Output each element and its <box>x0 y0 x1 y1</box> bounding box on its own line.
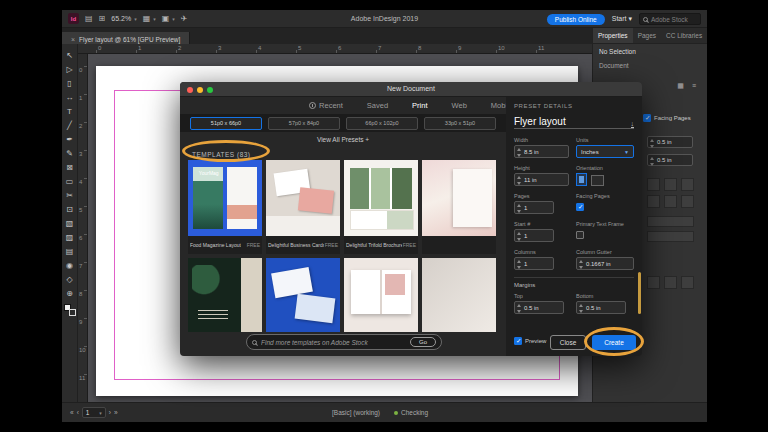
tab-close-icon[interactable]: × <box>71 36 75 43</box>
stepper-icon[interactable] <box>517 148 522 157</box>
start-workspace-dropdown[interactable]: Start ▾ <box>612 15 632 23</box>
page-number-field[interactable]: 1▾ <box>82 407 106 418</box>
panel-button[interactable] <box>647 195 660 208</box>
panel-button[interactable] <box>664 195 677 208</box>
preset-name-value[interactable]: Flyer layout <box>514 115 566 128</box>
stepper-icon[interactable] <box>517 176 522 185</box>
dialog-tab-web[interactable]: Web <box>452 101 467 110</box>
panel-facing-pages-row[interactable]: Facing Pages <box>643 114 691 122</box>
pages-field[interactable]: 1 <box>514 201 554 214</box>
bridge-icon[interactable]: ▤ <box>85 14 93 23</box>
adobe-stock-search[interactable]: Adobe Stock <box>639 13 701 25</box>
rectangle-frame-tool[interactable]: ⊠ <box>63 160 77 174</box>
view-options-chevron-icon[interactable]: ▾ <box>153 16 156 22</box>
landscape-orientation-button[interactable] <box>591 175 604 186</box>
eyedropper-tool[interactable]: ◉ <box>63 258 77 272</box>
screen-mode-chevron-icon[interactable]: ▾ <box>172 16 175 22</box>
template-card[interactable] <box>422 258 496 332</box>
selection-tool[interactable]: ↖ <box>63 48 77 62</box>
dialog-tab-saved[interactable]: Saved <box>367 101 388 110</box>
gradient-tool[interactable]: ▧ <box>63 216 77 230</box>
dialog-title-bar[interactable]: New Document <box>180 82 642 97</box>
size-preset[interactable]: 33p0 x 51p0 <box>424 117 496 130</box>
facing-pages-checkbox[interactable] <box>576 203 584 211</box>
margin-field[interactable]: 0.5 in <box>647 136 693 148</box>
view-all-presets-link[interactable]: View All Presets + <box>180 132 506 148</box>
facing-pages-checkbox[interactable] <box>643 114 651 122</box>
hand-tool[interactable]: ◇ <box>63 272 77 286</box>
dialog-tab-print[interactable]: Print <box>412 101 427 110</box>
preview-checkbox[interactable] <box>514 337 522 345</box>
zoom-tool[interactable]: ⊕ <box>63 286 77 300</box>
panel-button[interactable] <box>664 276 677 289</box>
template-card[interactable]: YourMagFood Magazine LayoutFREE <box>188 160 262 254</box>
panel-button[interactable] <box>647 216 694 227</box>
stepper-icon[interactable] <box>517 304 522 313</box>
panel-button[interactable] <box>681 276 694 289</box>
margin-top-field[interactable]: 0.5 in <box>514 301 564 314</box>
stepper-icon[interactable] <box>650 139 655 148</box>
size-preset[interactable]: 51p0 x 66p0 <box>190 117 262 130</box>
template-card[interactable]: Delightful Trifold Brochure LayoutFREE <box>344 160 418 254</box>
size-preset[interactable]: 57p0 x 84p0 <box>268 117 340 130</box>
horizontal-ruler[interactable]: 01234567891011 <box>78 44 592 54</box>
tab-pages[interactable]: Pages <box>633 28 661 43</box>
arrange-documents-icon[interactable]: ✈ <box>181 14 188 23</box>
width-field[interactable]: 8.5 in <box>514 145 569 158</box>
column-gutter-field[interactable]: 0.1667 in <box>576 257 634 270</box>
first-page-icon[interactable]: « <box>70 409 74 416</box>
portrait-orientation-button[interactable] <box>576 173 587 186</box>
panel-button[interactable] <box>681 195 694 208</box>
fill-stroke-swatch[interactable] <box>64 304 76 316</box>
vertical-ruler[interactable]: 01234567891011 <box>78 54 88 402</box>
page-tool[interactable]: ▯ <box>63 76 77 90</box>
zoom-level[interactable]: 65.2% <box>111 15 131 22</box>
go-button[interactable]: Go <box>410 337 436 347</box>
template-card[interactable] <box>266 258 340 332</box>
margin-bottom-field[interactable]: 0.5 in <box>576 301 626 314</box>
scissors-tool[interactable]: ✂ <box>63 188 77 202</box>
view-options-icon[interactable]: ▦ <box>143 14 151 23</box>
tab-properties[interactable]: Properties <box>593 28 633 43</box>
preflight-profile[interactable]: [Basic] (working) <box>332 409 380 416</box>
margins-section-label[interactable]: Margins <box>514 282 535 288</box>
primary-text-frame-checkbox[interactable] <box>576 231 584 239</box>
previous-page-icon[interactable]: ‹ <box>77 409 79 416</box>
panel-options-icons[interactable]: ▦ ≡ <box>677 82 699 90</box>
stepper-icon[interactable] <box>517 260 522 269</box>
last-page-icon[interactable]: » <box>114 409 118 416</box>
pencil-tool[interactable]: ✎ <box>63 146 77 160</box>
template-card[interactable] <box>188 258 262 332</box>
line-tool[interactable]: ╱ <box>63 118 77 132</box>
save-preset-icon[interactable]: ↓ <box>631 120 635 128</box>
template-search-input[interactable]: Find more templates on Adobe Stock Go <box>246 334 442 350</box>
template-card[interactable]: Delightful Business Cards SetFREE <box>266 160 340 254</box>
template-card[interactable] <box>422 160 496 254</box>
gradient-feather-tool[interactable]: ▨ <box>63 230 77 244</box>
columns-field[interactable]: 1 <box>514 257 554 270</box>
direct-selection-tool[interactable]: ▷ <box>63 62 77 76</box>
size-preset[interactable]: 66p0 x 102p0 <box>346 117 418 130</box>
stock-icon[interactable]: ⊞ <box>99 14 106 23</box>
dialog-scrollbar[interactable] <box>638 272 641 314</box>
stepper-icon[interactable] <box>650 157 655 166</box>
stepper-icon[interactable] <box>579 260 584 269</box>
pen-tool[interactable]: ✒ <box>63 132 77 146</box>
stepper-icon[interactable] <box>579 304 584 313</box>
panel-button[interactable] <box>647 231 694 242</box>
rectangle-tool[interactable]: ▭ <box>63 174 77 188</box>
stepper-icon[interactable] <box>517 232 522 241</box>
publish-online-button[interactable]: Publish Online <box>547 14 605 25</box>
panel-button[interactable] <box>664 178 677 191</box>
next-page-icon[interactable]: › <box>109 409 111 416</box>
free-transform-tool[interactable]: ⊡ <box>63 202 77 216</box>
panel-button[interactable] <box>647 276 660 289</box>
panel-button[interactable] <box>647 178 660 191</box>
close-button[interactable]: Close <box>550 335 586 350</box>
tab-cc-libraries[interactable]: CC Libraries <box>661 28 707 43</box>
template-card[interactable] <box>344 258 418 332</box>
note-tool[interactable]: ▤ <box>63 244 77 258</box>
type-tool[interactable]: T <box>63 104 77 118</box>
height-field[interactable]: 11 in <box>514 173 569 186</box>
gap-tool[interactable]: ↔ <box>63 90 77 104</box>
